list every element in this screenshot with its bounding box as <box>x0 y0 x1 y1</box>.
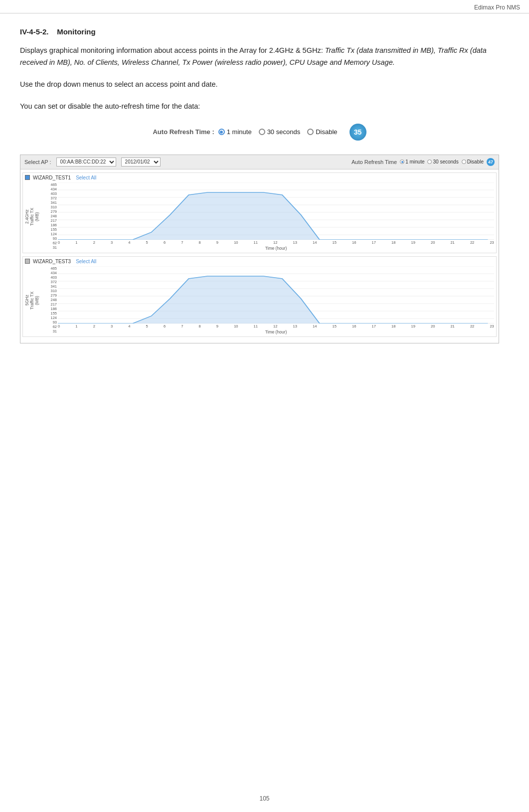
chart-section-24ghz: WIZARD_TEST1 Select All 2.4GHz Traffic T… <box>22 172 497 253</box>
radio-label-1minute: 1 minute <box>227 128 252 136</box>
panel-body: WIZARD_TEST1 Select All 2.4GHz Traffic T… <box>20 169 499 343</box>
x-labels-5ghz: 01234567891011121314151617181920212223 <box>58 324 494 328</box>
app-title: Edimax Pro NMS <box>474 4 520 11</box>
refresh-demo: Auto Refresh Time : 1 minute 30 seconds … <box>20 124 499 141</box>
chart-checkbox-24ghz[interactable] <box>25 175 30 180</box>
chart-section-5ghz: WIZARD_TEST3 Select All 5GHz Traffic TX … <box>22 256 497 337</box>
panel-toolbar: Select AP : 00:AA:BB:CC:DD:22 2012/01/02… <box>20 155 499 169</box>
y-labels-24ghz: 4654344033723413102792482171861551249362… <box>40 182 58 240</box>
mini-refresh-1minute[interactable]: 1 minute <box>400 159 424 164</box>
wizard-label-24ghz: WIZARD_TEST1 <box>33 175 71 180</box>
radio-circle-30seconds[interactable] <box>259 129 265 135</box>
select-all-5ghz[interactable]: Select All <box>76 259 96 264</box>
section-title: IV-4-5-2. Monitoring <box>20 27 499 36</box>
page-content: IV-4-5-2. Monitoring Displays graphical … <box>0 13 529 378</box>
x-axis-label-24ghz: Time (hour) <box>58 246 494 251</box>
page-number: 105 <box>259 795 269 802</box>
mini-radio-1minute[interactable] <box>400 160 404 164</box>
mini-label-1minute: 1 minute <box>405 159 424 164</box>
auto-refresh-label-small: Auto Refresh Time <box>352 159 397 165</box>
select-all-24ghz[interactable]: Select All <box>76 175 96 180</box>
chart-svg-5ghz <box>58 266 494 324</box>
chart-checkbox-5ghz[interactable] <box>25 259 30 264</box>
y-axis-label-5ghz: 5GHz Traffic TX (MB) <box>25 266 39 334</box>
mini-radio-disable[interactable] <box>462 160 466 164</box>
description-paragraph: Displays graphical monitoring informatio… <box>20 45 499 69</box>
instruction-1: Use the drop down menus to select an acc… <box>20 79 499 91</box>
x-labels-24ghz: 01234567891011121314151617181920212223 <box>58 240 494 245</box>
chart-header-24ghz: WIZARD_TEST1 Select All <box>25 175 494 180</box>
page-header: Edimax Pro NMS <box>0 0 529 13</box>
section-heading: Monitoring <box>57 27 95 36</box>
chart-canvas-24ghz: 01234567891011121314151617181920212223 T… <box>58 182 494 251</box>
mini-label-30seconds: 30 seconds <box>433 159 458 164</box>
toolbar-right: Auto Refresh Time 1 minute 30 seconds Di… <box>352 158 495 166</box>
section-id: IV-4-5-2. <box>20 27 49 36</box>
mini-refresh-disable[interactable]: Disable <box>462 159 484 164</box>
date-select[interactable]: 2012/01/02 <box>121 158 161 166</box>
chart-header-5ghz: WIZARD_TEST3 Select All <box>25 259 494 264</box>
mini-label-disable: Disable <box>467 159 484 164</box>
chart-svg-24ghz <box>58 182 494 240</box>
radio-label-30seconds: 30 seconds <box>267 128 301 136</box>
radio-circle-1minute[interactable] <box>218 129 225 135</box>
refresh-countdown-badge: 35 <box>350 124 366 141</box>
mini-radio-30seconds[interactable] <box>427 160 432 164</box>
svg-marker-19 <box>58 276 494 324</box>
screenshot-panel: Select AP : 00:AA:BB:CC:DD:22 2012/01/02… <box>20 155 499 343</box>
page-footer: 105 <box>0 795 529 802</box>
svg-marker-9 <box>58 192 494 240</box>
description-text-before-italic: Displays graphical monitoring informatio… <box>20 46 325 54</box>
radio-circle-disable[interactable] <box>307 129 314 135</box>
x-axis-label-5ghz: Time (hour) <box>58 329 494 334</box>
y-axis-label-24ghz: 2.4GHz Traffic TX (MB) <box>25 182 39 251</box>
refresh-option-1minute[interactable]: 1 minute <box>218 128 252 136</box>
ap-select[interactable]: 00:AA:BB:CC:DD:22 <box>56 158 116 166</box>
refresh-radio-group: 1 minute 30 seconds Disable <box>218 128 345 136</box>
instruction-2: You can set or disable the auto-refresh … <box>20 101 499 113</box>
wizard-label-5ghz: WIZARD_TEST3 <box>33 259 71 264</box>
mini-refresh-30seconds[interactable]: 30 seconds <box>427 159 458 164</box>
select-ap-label: Select AP : <box>24 159 51 165</box>
radio-label-disable: Disable <box>316 128 337 136</box>
refresh-option-30seconds[interactable]: 30 seconds <box>259 128 301 136</box>
y-labels-5ghz: 4654344033723413102792482171861551249362… <box>40 266 58 324</box>
mini-countdown-badge: 47 <box>487 158 495 166</box>
refresh-option-disable[interactable]: Disable <box>307 128 337 136</box>
auto-refresh-label: Auto Refresh Time : <box>153 128 214 136</box>
chart-canvas-5ghz: 01234567891011121314151617181920212223 T… <box>58 266 494 334</box>
